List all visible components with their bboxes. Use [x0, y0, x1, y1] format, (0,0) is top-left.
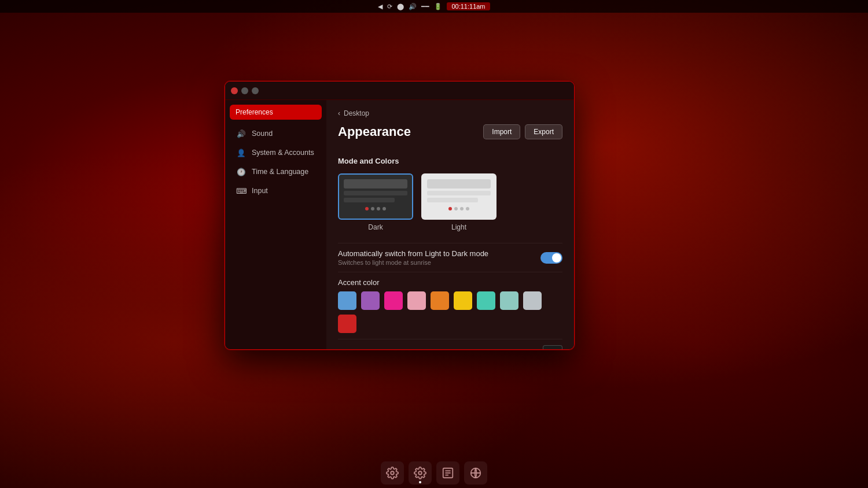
sidebar-label-input: Input	[252, 187, 268, 195]
system-icon: 👤	[237, 148, 246, 157]
app-bg-row: Application or window background	[338, 339, 562, 349]
taskbar-settings2[interactable]	[409, 461, 432, 485]
sidebar-item-sound[interactable]: 🔊 Sound	[229, 124, 323, 143]
sidebar-label-time: Time & Language	[252, 168, 308, 176]
accent-orange[interactable]	[431, 291, 449, 310]
dark-preview	[338, 173, 413, 220]
preview-content-light1	[427, 191, 491, 195]
toggle-knob	[552, 253, 561, 263]
dot1	[365, 207, 369, 210]
settings2-dot	[419, 481, 421, 483]
sidebar-item-time[interactable]: 🕐 Time & Language	[229, 162, 323, 181]
accent-red[interactable]	[338, 315, 356, 333]
gear-icon2	[414, 467, 426, 479]
preview-bar-light	[427, 179, 491, 188]
accent-color-label: Accent color	[338, 278, 562, 287]
app-bg-label: Application or window background	[338, 347, 452, 350]
gear-icon1	[386, 467, 399, 479]
input-icon: ⌨	[237, 186, 246, 195]
taskbar-back[interactable]: ◀	[378, 3, 382, 10]
auto-switch-label: Automatically switch from Light to Dark …	[338, 249, 488, 258]
taskbar-notes[interactable]	[436, 461, 459, 485]
sidebar-label-sound: Sound	[252, 130, 273, 138]
taskbar-wifi[interactable]: ━━	[421, 3, 429, 10]
accent-green[interactable]	[500, 291, 518, 310]
close-button[interactable]	[231, 87, 238, 94]
auto-switch-row: Automatically switch from Light to Dark …	[338, 243, 562, 272]
light-mode-label: Light	[451, 223, 466, 231]
preview-content-dark2	[344, 198, 395, 202]
mode-card-dark[interactable]: Dark	[338, 173, 413, 231]
back-arrow-icon: ‹	[338, 109, 340, 117]
sidebar-item-input[interactable]: ⌨ Input	[229, 182, 323, 200]
maximize-button[interactable]	[252, 87, 259, 94]
settings-window: Preferences 🔊 Sound 👤 System & Accounts …	[225, 81, 575, 350]
dot4	[466, 207, 469, 210]
preview-content-dark1	[344, 191, 407, 195]
taskbar-bottom	[0, 458, 868, 488]
accent-grey[interactable]	[523, 291, 542, 310]
accent-light-pink[interactable]	[407, 291, 426, 310]
title-bar	[225, 82, 574, 100]
mode-section-title: Mode and Colors	[338, 157, 562, 165]
notes-icon	[442, 467, 454, 479]
preview-dots-dark	[339, 207, 412, 210]
sound-icon: 🔊	[237, 129, 246, 138]
export-button[interactable]: Export	[525, 124, 562, 139]
accent-yellow[interactable]	[454, 291, 472, 310]
taskbar-time: 00:11:11am	[447, 2, 490, 10]
taskbar-home[interactable]: ⬤	[397, 3, 404, 10]
accent-purple[interactable]	[361, 291, 380, 310]
taskbar-bat[interactable]: 🔋	[434, 3, 442, 10]
taskbar-settings1[interactable]	[381, 461, 404, 485]
time-icon: 🕐	[237, 167, 246, 176]
taskbar-vol[interactable]: 🔊	[409, 3, 417, 10]
auto-switch-toggle[interactable]	[540, 252, 562, 264]
import-export-row: Import Export	[483, 124, 562, 139]
dot1	[448, 207, 452, 210]
app-bg-swatch[interactable]	[543, 345, 562, 349]
taskbar-refresh[interactable]: ⟳	[387, 3, 392, 10]
dark-mode-label: Dark	[368, 223, 382, 231]
import-button[interactable]: Import	[483, 124, 520, 139]
minimize-button[interactable]	[241, 87, 248, 94]
accent-blue[interactable]	[338, 291, 356, 310]
svg-point-0	[391, 471, 394, 475]
preview-bar-dark	[344, 179, 407, 188]
mode-card-light[interactable]: Light	[421, 173, 496, 231]
page-title: Appearance	[338, 124, 411, 139]
dot3	[377, 207, 380, 210]
preview-dots-light	[422, 207, 495, 210]
sidebar-search[interactable]: Preferences	[230, 105, 322, 120]
back-link[interactable]: ‹ Desktop	[338, 109, 562, 117]
window-content: Preferences 🔊 Sound 👤 System & Accounts …	[225, 100, 574, 349]
accent-color-section: Accent color	[338, 272, 562, 339]
preview-content-light2	[427, 198, 478, 202]
light-preview	[421, 173, 496, 220]
auto-switch-info: Automatically switch from Light to Dark …	[338, 249, 488, 266]
sidebar: Preferences 🔊 Sound 👤 System & Accounts …	[225, 100, 326, 349]
mode-cards: Dark Light	[338, 173, 562, 231]
accent-pink[interactable]	[384, 291, 403, 310]
taskbar-browser[interactable]	[464, 461, 487, 485]
main-panel: ‹ Desktop Appearance Import Export Mode …	[326, 100, 574, 349]
title-bar-controls	[231, 87, 259, 94]
auto-switch-desc: Switches to light mode at sunrise	[338, 259, 488, 266]
back-label: Desktop	[344, 109, 369, 117]
dot2	[454, 207, 458, 210]
sidebar-label-system: System & Accounts	[252, 149, 314, 157]
dot4	[382, 207, 386, 210]
taskbar-top: ◀ ⟳ ⬤ 🔊 ━━ 🔋 00:11:11am	[0, 0, 868, 13]
accent-teal[interactable]	[477, 291, 495, 310]
sidebar-item-system[interactable]: 👤 System & Accounts	[229, 143, 323, 162]
svg-point-1	[418, 471, 422, 475]
browser-icon	[469, 467, 482, 479]
dot2	[371, 207, 374, 210]
accent-colors	[338, 291, 562, 333]
dot3	[460, 207, 464, 210]
